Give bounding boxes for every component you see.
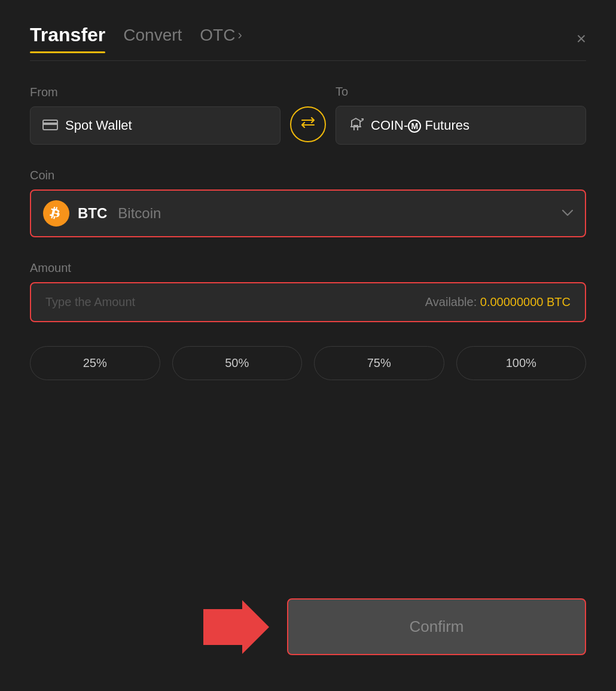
amount-label: Amount <box>30 261 71 274</box>
svg-marker-2 <box>203 600 269 654</box>
header-divider <box>30 60 586 61</box>
available-text: Available: 0.00000000 BTC <box>425 295 571 309</box>
to-wallet-name: COIN-M Futures <box>371 118 469 133</box>
futures-icon <box>348 117 364 133</box>
swap-button[interactable] <box>290 106 326 142</box>
to-wallet-select[interactable]: COIN-M Futures <box>336 106 586 145</box>
from-wallet-name: Spot Wallet <box>65 118 132 133</box>
to-block: To COIN-M Futures <box>336 85 586 145</box>
percent-100-button[interactable]: 100% <box>456 346 587 380</box>
tab-transfer[interactable]: Transfer <box>30 24 105 53</box>
tab-otc[interactable]: OTC › <box>200 26 242 52</box>
arrow-indicator <box>203 600 269 654</box>
percent-50-button[interactable]: 50% <box>172 346 303 380</box>
close-button[interactable]: × <box>577 30 586 47</box>
available-value: 0.00000000 BTC <box>480 295 571 308</box>
bottom-area: Confirm <box>30 598 586 655</box>
from-wallet-select[interactable]: Spot Wallet <box>30 106 280 145</box>
btc-icon <box>43 200 69 227</box>
transfer-modal: Transfer Convert OTC › × From Spot Walle… <box>0 0 616 691</box>
percent-row: 25% 50% 75% 100% <box>30 346 586 380</box>
swap-icon <box>300 116 316 133</box>
coin-fullname: Bitcoin <box>118 205 161 222</box>
amount-placeholder: Type the Amount <box>45 295 135 309</box>
arrow-svg <box>203 600 269 654</box>
confirm-button[interactable]: Confirm <box>287 598 586 655</box>
to-label: To <box>336 85 586 99</box>
header-tabs: Transfer Convert OTC › × <box>30 24 586 53</box>
coin-section: Coin BTC Bitcoin <box>30 169 586 237</box>
from-block: From Spot Wallet <box>30 85 280 145</box>
from-to-section: From Spot Wallet To <box>30 85 586 145</box>
coin-label: Coin <box>30 169 54 182</box>
percent-25-button[interactable]: 25% <box>30 346 160 380</box>
tab-convert[interactable]: Convert <box>123 26 182 52</box>
from-label: From <box>30 85 280 99</box>
amount-input-box[interactable]: Type the Amount Available: 0.00000000 BT… <box>30 282 586 322</box>
amount-section: Amount Type the Amount Available: 0.0000… <box>30 261 586 322</box>
svg-rect-1 <box>43 123 57 125</box>
coin-select-dropdown[interactable]: BTC Bitcoin <box>30 189 586 237</box>
chevron-down-icon <box>562 207 573 220</box>
wallet-card-icon <box>42 118 58 133</box>
percent-75-button[interactable]: 75% <box>314 346 444 380</box>
coin-symbol: BTC <box>78 205 107 222</box>
chevron-right-icon: › <box>237 27 242 43</box>
